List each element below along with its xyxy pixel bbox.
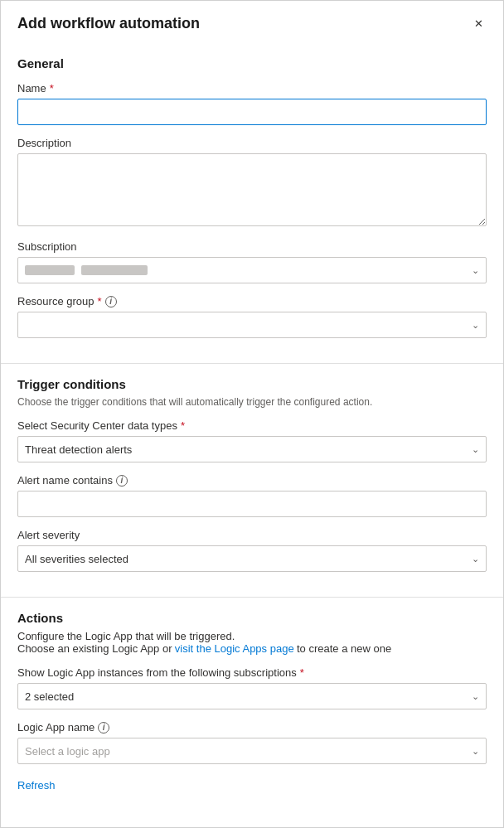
placeholder-bar-2 [81, 265, 148, 275]
description-textarea[interactable] [17, 153, 487, 226]
resource-group-dropdown[interactable]: ⌄ [17, 312, 487, 338]
actions-section-title: Actions [17, 611, 487, 625]
logic-app-name-field: Logic App name i Select a logic app ⌄ [17, 721, 487, 764]
refresh-link[interactable]: Refresh [17, 779, 56, 792]
subscription-field: Subscription ⌄ [17, 240, 487, 283]
security-center-data-types-field: Select Security Center data types * Thre… [17, 419, 487, 462]
data-types-required-star: * [181, 419, 185, 432]
alert-severity-value: All severities selected [25, 553, 128, 565]
name-field: Name * [17, 82, 487, 125]
close-icon: ✕ [474, 17, 483, 30]
data-types-dropdown[interactable]: Threat detection alerts ⌄ [17, 436, 487, 462]
security-center-data-types-label: Select Security Center data types * [17, 419, 487, 432]
logic-app-name-label: Logic App name i [17, 721, 487, 734]
trigger-conditions-description: Choose the trigger conditions that will … [17, 396, 487, 408]
resource-group-info-icon[interactable]: i [105, 296, 117, 307]
modal-title: Add workflow automation [17, 15, 200, 32]
show-logic-app-chevron-icon: ⌄ [472, 691, 479, 702]
visit-logic-apps-link[interactable]: visit the Logic Apps page [175, 642, 294, 655]
close-button[interactable]: ✕ [471, 14, 487, 33]
alert-name-label: Alert name contains i [17, 474, 487, 487]
logic-app-name-chevron-icon: ⌄ [472, 746, 479, 757]
add-workflow-modal: Add workflow automation ✕ General Name *… [0, 0, 504, 828]
modal-header: Add workflow automation ✕ [1, 1, 503, 43]
resource-group-chevron-icon: ⌄ [472, 320, 479, 331]
show-logic-app-label: Show Logic App instances from the follow… [17, 666, 487, 679]
subscription-placeholder [25, 265, 148, 275]
alert-severity-chevron-icon: ⌄ [472, 554, 479, 564]
name-label: Name * [17, 82, 487, 94]
actions-description: Configure the Logic App that will be tri… [17, 630, 487, 655]
logic-app-name-dropdown[interactable]: Select a logic app ⌄ [17, 738, 487, 764]
logic-app-name-placeholder: Select a logic app [25, 745, 110, 758]
resource-group-required-star: * [98, 295, 102, 307]
resource-group-field: Resource group * i ⌄ [17, 295, 487, 338]
description-field: Description [17, 137, 487, 229]
subscription-chevron-icon: ⌄ [472, 265, 479, 276]
alert-name-info-icon[interactable]: i [116, 475, 128, 487]
show-logic-app-value: 2 selected [25, 690, 74, 703]
alert-severity-label: Alert severity [17, 529, 487, 541]
data-types-value: Threat detection alerts [25, 443, 132, 456]
subscription-dropdown[interactable]: ⌄ [17, 257, 487, 283]
show-logic-app-required-star: * [300, 666, 304, 679]
description-label: Description [17, 137, 487, 149]
general-section: General Name * Description Subscription [1, 43, 503, 364]
show-logic-app-field: Show Logic App instances from the follow… [17, 666, 487, 709]
subscription-label: Subscription [17, 240, 487, 253]
placeholder-bar-1 [25, 265, 75, 275]
show-logic-app-dropdown[interactable]: 2 selected ⌄ [17, 683, 487, 709]
alert-name-input[interactable] [17, 491, 487, 517]
trigger-conditions-title: Trigger conditions [17, 377, 487, 391]
trigger-conditions-section: Trigger conditions Choose the trigger co… [1, 364, 503, 598]
actions-section: Actions Configure the Logic App that wil… [1, 598, 503, 827]
name-input[interactable] [17, 99, 487, 125]
alert-severity-field: Alert severity All severities selected ⌄ [17, 529, 487, 572]
general-section-title: General [17, 56, 487, 70]
alert-severity-dropdown[interactable]: All severities selected ⌄ [17, 545, 487, 572]
logic-app-name-info-icon[interactable]: i [98, 722, 109, 734]
name-required-star: * [50, 82, 54, 94]
data-types-chevron-icon: ⌄ [472, 444, 479, 455]
resource-group-label: Resource group * i [17, 295, 487, 307]
alert-name-field: Alert name contains i [17, 474, 487, 517]
